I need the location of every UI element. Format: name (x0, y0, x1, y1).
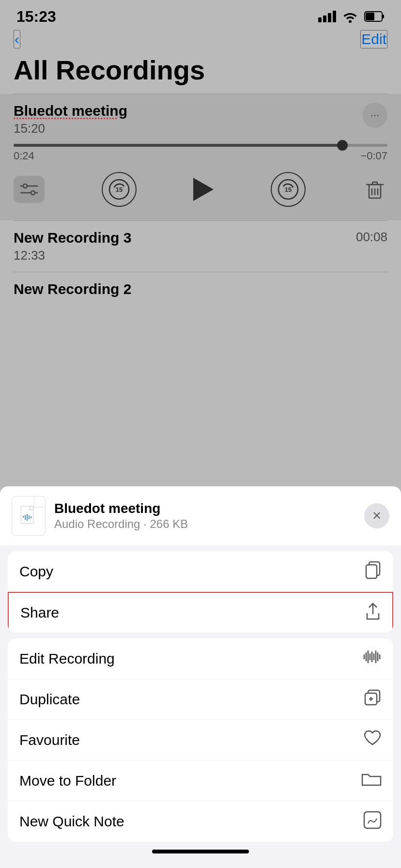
menu-item-duplicate[interactable]: Duplicate (8, 679, 393, 720)
svg-rect-17 (30, 506, 33, 510)
menu-item-duplicate-label: Duplicate (19, 691, 80, 708)
share-header-text: Bluedot meeting Audio Recording · 266 KB (54, 501, 188, 531)
menu-item-copy-label: Copy (19, 563, 53, 580)
share-header: Bluedot meeting Audio Recording · 266 KB… (0, 486, 401, 545)
note-icon (363, 811, 382, 833)
bottom-sheet: Bluedot meeting Audio Recording · 266 KB… (0, 486, 401, 868)
menu-item-share[interactable]: Share (8, 592, 393, 633)
waveform-icon (361, 649, 382, 668)
menu-item-copy[interactable]: Copy (8, 551, 393, 592)
share-icon (365, 602, 381, 624)
menu-item-share-label: Share (20, 604, 59, 621)
heart-icon (363, 730, 382, 750)
duplicate-icon (363, 688, 382, 710)
menu-item-edit-recording[interactable]: Edit Recording (8, 638, 393, 679)
svg-rect-41 (364, 812, 381, 828)
menu-item-favourite-label: Favourite (19, 732, 80, 748)
menu-item-move-folder-label: Move to Folder (19, 773, 116, 789)
svg-rect-24 (366, 565, 377, 578)
menu-item-favourite[interactable]: Favourite (8, 720, 393, 760)
share-header-info: Bluedot meeting Audio Recording · 266 KB (12, 496, 188, 536)
copy-icon (364, 560, 382, 583)
share-file-name: Bluedot meeting (54, 501, 188, 516)
share-close-button[interactable]: ✕ (364, 503, 389, 528)
menu-section-1: Copy Share (8, 551, 393, 633)
folder-icon (361, 771, 382, 790)
audio-file-icon (20, 505, 37, 527)
menu-item-quick-note[interactable]: New Quick Note (8, 801, 393, 842)
file-icon (12, 496, 46, 536)
menu-item-edit-recording-label: Edit Recording (19, 651, 115, 667)
menu-item-move-folder[interactable]: Move to Folder (8, 760, 393, 801)
home-indicator (152, 850, 249, 853)
menu-section-2: Edit Recording Duplicate (8, 638, 393, 842)
menu-item-quick-note-label: New Quick Note (19, 813, 124, 830)
share-file-meta: Audio Recording · 266 KB (54, 517, 188, 531)
